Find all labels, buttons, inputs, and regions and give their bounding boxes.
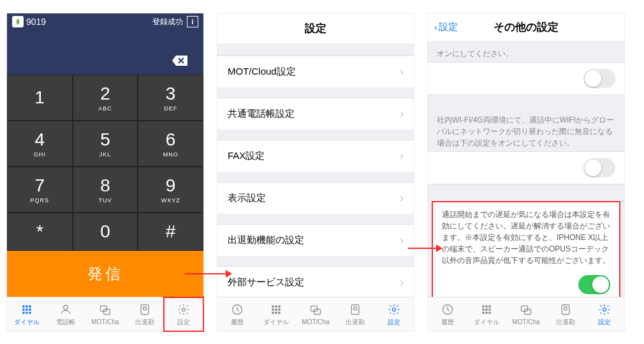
item-label: 表示設定 [228,192,266,204]
dialer-screen: 9019 登録成功 i 12ABC3DEF4GHI5JKL6MNO7PQRS8T… [6,13,204,332]
key-2[interactable]: 2ABC [73,75,138,121]
svg-point-35 [486,308,488,310]
svg-point-31 [483,305,485,307]
tab-icon [59,303,73,317]
number-display [7,30,203,75]
tab-icon [348,303,362,317]
tab-設定[interactable]: 設定 [585,297,624,331]
tab-出退勤[interactable]: 出退勤 [335,297,375,331]
svg-point-34 [483,308,485,310]
settings-item[interactable]: 出退勤機能の設定› [217,224,414,256]
item-label: MOT/Cloud設定 [228,66,296,78]
toggle-switch[interactable] [583,158,615,177]
help-text: オンにしてください。 [428,41,624,62]
tab-ダイヤル[interactable]: ダイヤル [467,297,507,331]
svg-point-18 [279,305,281,307]
svg-point-43 [564,306,567,310]
svg-point-16 [272,305,274,307]
tab-icon [441,303,455,317]
settings-item[interactable]: 外部サービス設定› [217,266,414,297]
key-*[interactable]: * [7,213,73,251]
svg-point-17 [275,305,277,307]
key-1[interactable]: 1 [7,75,73,121]
backspace-icon[interactable] [172,55,188,68]
svg-point-1 [26,305,28,307]
tab-icon [479,303,494,317]
tab-MOT/Cha[interactable]: MOT/Cha [85,297,125,331]
tabbar: 履歴ダイヤルMOT/Cha出退勤設定 [428,297,624,331]
extension-number: 9019 [26,17,46,27]
tab-MOT/Cha[interactable]: MOT/Cha [506,297,546,331]
tab-電話帳[interactable]: 電話帳 [47,297,86,331]
screen-title: その他の設定 [434,20,618,34]
tab-icon [230,303,244,317]
svg-point-14 [182,308,186,311]
info-icon[interactable]: i [187,16,198,27]
tab-履歴[interactable]: 履歴 [428,297,467,331]
tab-履歴[interactable]: 履歴 [217,297,257,331]
svg-point-2 [29,305,31,307]
settings-item[interactable]: MOT/Cloud設定› [217,56,414,87]
svg-point-29 [393,308,396,311]
chevron-left-icon: ‹ [434,22,437,33]
tab-icon [177,303,191,317]
settings-item[interactable]: 表示設定› [217,182,414,214]
svg-point-39 [489,311,491,313]
register-status: 登録成功 [152,17,183,27]
call-button[interactable]: 発信 [7,251,203,297]
key-0[interactable]: 0 [73,213,138,251]
svg-point-20 [275,308,277,310]
annotation-arrow [185,273,230,274]
svg-point-28 [353,306,356,310]
tabbar: ダイヤル電話帳MOT/Cha出退勤設定 [7,297,203,331]
tab-icon [559,303,573,317]
back-button[interactable]: ‹ 設定 [434,21,458,33]
key-5[interactable]: 5JKL [73,121,138,167]
item-label: 共通電話帳設定 [228,108,295,120]
item-label: FAX設定 [228,150,265,162]
key-9[interactable]: 9WXYZ [138,167,203,213]
highlighted-section: 通話開始までの遅延が気になる場合は本設定を有効にしてください。遅延が解消する場合… [432,201,620,297]
svg-point-37 [483,311,485,313]
key-3[interactable]: 3DEF [138,75,203,121]
key-8[interactable]: 8TUV [73,167,138,213]
svg-point-23 [275,311,277,313]
svg-point-3 [23,308,25,310]
key-7[interactable]: 7PQRS [7,167,73,213]
keypad: 12ABC3DEF4GHI5JKL6MNO7PQRS8TUV9WXYZ*0# [7,75,203,251]
key-4[interactable]: 4GHI [7,121,73,167]
tab-出退勤[interactable]: 出退勤 [125,297,165,331]
tab-icon [597,303,611,317]
chevron-right-icon: › [400,234,404,247]
tab-ダイヤル[interactable]: ダイヤル [257,297,296,331]
svg-rect-42 [562,304,569,314]
tab-設定[interactable]: 設定 [164,297,203,331]
toggle-switch-on[interactable] [578,275,610,294]
key-#[interactable]: # [138,213,203,251]
svg-point-21 [279,308,281,310]
key-6[interactable]: 6MNO [138,121,203,167]
other-settings-screen: ‹ 設定 その他の設定 オンにしてください。 社内WI-FI/4G両環境にて、通… [427,13,625,332]
svg-rect-27 [351,304,359,314]
tabbar: 履歴ダイヤルMOT/Cha出退勤設定 [217,297,414,331]
chevron-right-icon: › [400,191,404,205]
tab-icon [519,303,533,317]
svg-point-19 [272,308,274,310]
help-text: 社内WI-FI/4G両環境にて、通話中にWIFIからグローバルにネットワークが切… [428,108,624,151]
tab-icon [387,303,401,317]
settings-item[interactable]: 共通電話帳設定› [217,98,414,130]
tab-icon [20,303,34,317]
tab-設定[interactable]: 設定 [374,297,414,331]
svg-point-7 [26,311,28,313]
help-text: 通話開始までの遅延が気になる場合は本設定を有効にしてください。遅延が解消する場合… [433,202,619,269]
tab-出退勤[interactable]: 出退勤 [546,297,585,331]
settings-item[interactable]: FAX設定› [217,140,414,172]
tab-icon [269,303,283,317]
tab-MOT/Cha[interactable]: MOT/Cha [296,297,335,331]
tab-ダイヤル[interactable]: ダイヤル [7,297,47,331]
chevron-right-icon: › [400,149,404,163]
toggle-switch[interactable] [583,69,615,88]
svg-point-8 [29,311,31,313]
svg-rect-12 [141,304,149,314]
svg-point-13 [143,306,146,310]
